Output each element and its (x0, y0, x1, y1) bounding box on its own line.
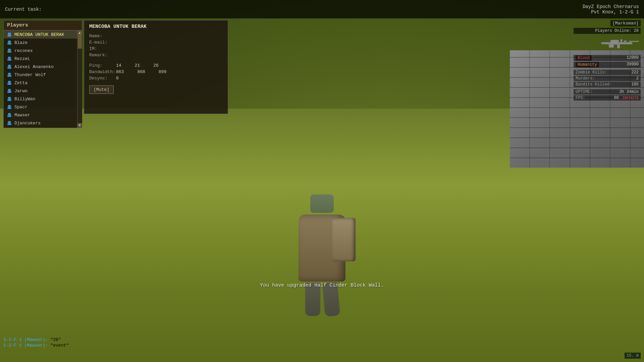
player-item[interactable]: Zetta (4, 79, 77, 87)
svg-rect-40 (609, 44, 614, 48)
svg-rect-15 (7, 91, 11, 93)
server-name: DayZ Epoch Chernarus (583, 4, 639, 9)
svg-rect-16 (8, 97, 11, 99)
scroll-up-button[interactable]: ▲ (77, 31, 82, 35)
uptime-label: UPTIME: (576, 89, 592, 94)
rank-badge: [Marksman] (610, 20, 641, 26)
player-name: Alexei Ananenko (14, 64, 54, 69)
player-icon (6, 80, 12, 86)
bandwidth-row: Bandwidth: 863868899 (89, 69, 223, 74)
svg-rect-21 (7, 115, 11, 117)
bandits-killed-label: Bandits Killed: (576, 82, 612, 87)
svg-rect-19 (7, 107, 11, 109)
murders-value: 2 (636, 76, 639, 81)
svg-rect-3 (7, 43, 11, 45)
player-name: reconex (14, 48, 33, 53)
ping-values: 142126 (116, 63, 165, 68)
player-name: Djancukers (14, 121, 41, 126)
player-item[interactable]: Blaze (4, 39, 77, 47)
svg-rect-4 (8, 49, 11, 51)
svg-rect-43 (617, 44, 620, 48)
fps-extra: INFINITE (623, 96, 639, 100)
svg-rect-22 (8, 121, 11, 123)
players-list: MENCOBA UNTUK BERAK Blaze reconex RezzeL… (4, 31, 77, 128)
svg-rect-12 (8, 81, 11, 83)
detail-panel: MENCOBA UNTUK BERAK Name: E-mail: IM: Re… (84, 20, 228, 114)
current-task-label: Current task: (5, 7, 42, 12)
player-item[interactable]: BillyWan (4, 95, 77, 103)
player-item[interactable]: reconex (4, 47, 77, 55)
player-icon (6, 88, 12, 94)
player-item[interactable]: Spacr (4, 103, 77, 111)
player-name: RezzeL (14, 56, 30, 61)
email-field: E-mail: (89, 40, 223, 45)
player-icon (6, 40, 12, 46)
server-info: DayZ Epoch Chernarus Pvt Knox, 1-2-G 1 (583, 4, 639, 15)
svg-rect-17 (7, 99, 11, 101)
player-item[interactable]: MENCOBA UNTUK BERAK (4, 31, 77, 39)
svg-rect-10 (8, 73, 11, 75)
zombie-kills-value: 222 (631, 70, 639, 75)
detail-title: MENCOBA UNTUK BERAK (89, 24, 223, 29)
humanity-label: Humanity (576, 62, 599, 67)
player-item[interactable]: Djancukers (4, 119, 77, 127)
stats-panel: [Marksman] Players Online: 20 (574, 20, 641, 103)
player-rank-info: Pvt Knox, 1-2-G 1 (583, 9, 639, 15)
top-bar: Current task: DayZ Epoch Chernarus Pvt K… (0, 0, 644, 18)
svg-rect-6 (8, 57, 11, 59)
player-icon (6, 56, 12, 62)
svg-rect-11 (7, 75, 11, 77)
fps-value: 60 INFINITE (614, 96, 639, 100)
player-item[interactable]: RezzeL (4, 55, 77, 63)
svg-rect-37 (624, 41, 627, 42)
uptime-value: 3h 34min (619, 89, 639, 94)
svg-rect-18 (8, 105, 11, 107)
players-header: Players (4, 20, 82, 31)
zombie-kills-label: Zombie Kills: (576, 70, 607, 75)
scroll-down-button[interactable]: ▼ (77, 123, 82, 128)
player-name: MENCOBA UNTUK BERAK (14, 32, 64, 37)
svg-rect-5 (7, 51, 11, 53)
player-name: Zetta (14, 80, 28, 85)
player-item[interactable]: Jarwo (4, 87, 77, 95)
online-count: Players Online: 20 (574, 28, 641, 34)
im-field: IM: (89, 46, 223, 51)
bandwidth-values: 863868899 (116, 69, 173, 74)
player-icon (6, 72, 12, 78)
svg-rect-41 (601, 43, 605, 44)
svg-rect-23 (7, 123, 11, 125)
svg-rect-42 (621, 39, 622, 42)
ping-row: Ping: 142126 (89, 63, 223, 68)
player-item[interactable]: Alexei Ananenko (4, 63, 77, 71)
blood-section: Blood 12000 Humanity 39990 (574, 55, 641, 68)
player-item[interactable]: Mawser (4, 111, 77, 119)
svg-rect-7 (7, 59, 11, 61)
svg-rect-14 (8, 89, 11, 91)
scrollbar[interactable]: ▲ ▼ (77, 31, 82, 128)
player-item[interactable]: Thunder Wolf (4, 71, 77, 79)
player-name: Blaze (14, 40, 28, 45)
player-icon (6, 104, 12, 110)
bandits-killed-value: 195 (631, 82, 639, 87)
player-icon (6, 32, 12, 38)
fps-label: FPS: (576, 96, 585, 100)
svg-rect-20 (8, 113, 11, 115)
player-name: Thunder Wolf (14, 72, 46, 77)
name-field: Name: (89, 34, 223, 39)
player-icon (6, 48, 12, 54)
player-icon (6, 64, 12, 70)
scroll-thumb[interactable] (78, 35, 82, 49)
mute-button[interactable]: [Mute] (89, 85, 114, 94)
kills-section: Zombie Kills: 222 Murders: 2 Bandits Kil… (574, 70, 641, 87)
weapon-icon (574, 37, 641, 52)
svg-rect-1 (7, 35, 11, 37)
desync-row: Desync: 0 (89, 76, 223, 81)
player-icon (6, 112, 12, 118)
remark-field: Remark: (89, 53, 223, 58)
player-name: BillyWan (14, 97, 35, 102)
svg-rect-2 (8, 41, 11, 43)
uptime-section: UPTIME: 3h 34min FPS: 60 INFINITE (574, 89, 641, 101)
player-item[interactable]: Knox (4, 127, 77, 128)
svg-rect-9 (7, 67, 11, 69)
player-icon (6, 120, 12, 126)
